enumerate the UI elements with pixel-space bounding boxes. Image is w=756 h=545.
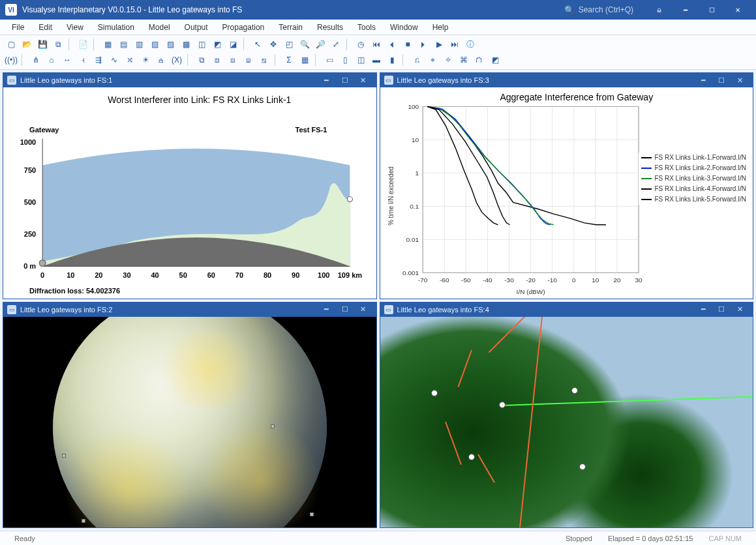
toolbar-view-chart-icon[interactable]: ▤: [116, 38, 130, 51]
aggregate-interference-chart[interactable]: Aggregate Interference from Gateway: [380, 87, 753, 299]
toolbar-view-3d-icon[interactable]: ▧: [147, 38, 162, 51]
toolbar-orbit-icon[interactable]: ∿: [107, 53, 121, 66]
toolbar-ex5-icon[interactable]: ⛫: [472, 53, 487, 66]
toolbar-network-icon[interactable]: ⋔: [29, 53, 43, 66]
toolbar-layout1-icon[interactable]: ▭: [322, 53, 337, 66]
toolbar-station-icon[interactable]: ⌂: [44, 53, 59, 66]
menu-simulation[interactable]: Simulation: [91, 21, 141, 34]
menu-view[interactable]: View: [60, 21, 90, 34]
menu-propagation[interactable]: Propagation: [216, 21, 271, 34]
toolbar-area: ▢ 📂 💾 ⧉ 📄 ▦ ▤ ▥ ▧ ▨ ▩ ◫ ◩ ◪ ↖ ✥ ◰ 🔍 🔎 ⤢ …: [0, 35, 756, 70]
toolbar-save-icon[interactable]: 💾: [35, 38, 50, 51]
toolbar-saveall-icon[interactable]: ⧉: [51, 38, 65, 51]
toolbar-g4-icon[interactable]: ⧆: [241, 53, 256, 66]
toolbar-link-icon[interactable]: ↔: [60, 53, 74, 66]
toolbar-view-map-icon[interactable]: ▥: [132, 38, 146, 51]
svg-text:750: 750: [24, 166, 36, 174]
pane3-maximize-button[interactable]: ☐: [712, 76, 731, 85]
toolbar-view-path-icon[interactable]: ▩: [179, 38, 193, 51]
toolbar-ex4-icon[interactable]: ⌘: [457, 53, 471, 66]
toolbar-copy-icon[interactable]: 📄: [76, 38, 90, 51]
toolbar-rewind-icon[interactable]: ⏮: [369, 38, 384, 51]
menu-tools[interactable]: Tools: [351, 21, 382, 34]
toolbar-new-icon[interactable]: ▢: [4, 38, 18, 51]
menu-terrain[interactable]: Terrain: [272, 21, 309, 34]
toolbar-shuffle-icon[interactable]: ⤭: [123, 53, 137, 66]
toolbar-stop-icon[interactable]: ■: [401, 38, 415, 51]
toolbar-info-icon[interactable]: ⓘ: [463, 38, 477, 51]
toolbar-g3-icon[interactable]: ⧇: [226, 53, 240, 66]
notifications-button[interactable]: 🕭: [646, 0, 673, 20]
pane-icon: ▭: [384, 76, 393, 85]
menu-file[interactable]: File: [5, 21, 31, 34]
toolbar-stepback-icon[interactable]: ⏴: [385, 38, 399, 51]
pane2-maximize-button[interactable]: ☐: [336, 305, 354, 314]
toolbar-pan-icon[interactable]: ✥: [266, 38, 280, 51]
toolbar-grid-icon[interactable]: ▦: [297, 53, 312, 66]
menu-window[interactable]: Window: [384, 21, 425, 34]
svg-text:500: 500: [24, 198, 36, 206]
toolbar-layout4-icon[interactable]: ▬: [369, 53, 384, 66]
menu-output[interactable]: Output: [178, 21, 215, 34]
toolbar-view-text-icon[interactable]: ◪: [226, 38, 240, 51]
close-button[interactable]: ✕: [725, 0, 751, 20]
svg-text:10: 10: [67, 271, 74, 279]
toolbar-beams-icon[interactable]: ⫞: [76, 53, 90, 66]
globe-3d-view[interactable]: [3, 317, 376, 528]
svg-text:80: 80: [264, 271, 271, 279]
toolbar-view-table-icon[interactable]: ▦: [100, 38, 115, 51]
toolbar-ex3-icon[interactable]: ✧: [441, 53, 455, 66]
search-box[interactable]: 🔍 Search (Ctrl+Q): [564, 5, 633, 15]
pane4-close-button[interactable]: ✕: [731, 305, 749, 314]
toolbar-select-icon[interactable]: ◰: [282, 38, 296, 51]
menu-model[interactable]: Model: [142, 21, 177, 34]
toolbar-zoomout-icon[interactable]: 🔎: [313, 38, 327, 51]
toolbar-ex6-icon[interactable]: ◩: [488, 53, 502, 66]
toolbar-play-icon[interactable]: ▶: [432, 38, 446, 51]
toolbar-ex2-icon[interactable]: ⌖: [425, 53, 440, 66]
toolbar-zoomfit-icon[interactable]: ⤢: [329, 38, 343, 51]
toolbar-layout2-icon[interactable]: ▯: [338, 53, 352, 66]
toolbar-layout5-icon[interactable]: ▮: [385, 53, 399, 66]
pane2-close-button[interactable]: ✕: [354, 305, 372, 314]
pane1-close-button[interactable]: ✕: [354, 76, 372, 85]
pane-map-view: ▭ Little Leo gateways into FS:4 ━ ☐ ✕: [380, 302, 754, 529]
toolbar-zoomin-icon[interactable]: 🔍: [297, 38, 312, 51]
pane4-maximize-button[interactable]: ☐: [712, 305, 731, 314]
toolbar-pointer-icon[interactable]: ↖: [250, 38, 265, 51]
toolbar-tree-icon[interactable]: ⇶: [91, 53, 106, 66]
toolbar-gain-icon[interactable]: ☀: [138, 53, 153, 66]
menu-edit[interactable]: Edit: [32, 21, 59, 34]
pane3-close-button[interactable]: ✕: [731, 76, 749, 85]
toolbar-g1-icon[interactable]: ⧉: [194, 53, 209, 66]
svg-text:70: 70: [235, 271, 243, 279]
status-sim-state: Stopped: [558, 535, 600, 542]
toolbar-time-icon[interactable]: 🜁: [154, 53, 168, 66]
svg-text:0.001: 0.001: [402, 269, 419, 276]
toolbar-g2-icon[interactable]: ⧈: [210, 53, 224, 66]
toolbar-variable-icon[interactable]: (X): [170, 53, 184, 66]
menu-help[interactable]: Help: [426, 21, 455, 34]
toolbar-antenna-icon[interactable]: ((•)): [4, 53, 18, 66]
toolbar-open-icon[interactable]: 📂: [20, 38, 34, 51]
pane3-minimize-button[interactable]: ━: [694, 76, 712, 85]
toolbar-clock-icon[interactable]: ◷: [354, 38, 368, 51]
terrain-profile-chart[interactable]: Worst Interferer into Link: FS RX Links …: [3, 87, 376, 299]
pane1-maximize-button[interactable]: ☐: [336, 76, 354, 85]
toolbar-view-terrain-icon[interactable]: ◫: [194, 38, 209, 51]
toolbar-ex1-icon[interactable]: ⎌: [410, 53, 424, 66]
toolbar-view-stats-icon[interactable]: ◩: [210, 38, 224, 51]
map-2d-view[interactable]: [380, 317, 753, 528]
toolbar-g5-icon[interactable]: ⧅: [257, 53, 271, 66]
toolbar-sigma-icon[interactable]: Σ: [282, 53, 296, 66]
minimize-button[interactable]: ━: [673, 0, 699, 20]
pane1-minimize-button[interactable]: ━: [318, 76, 336, 85]
toolbar-layout3-icon[interactable]: ◫: [354, 53, 368, 66]
pane2-minimize-button[interactable]: ━: [318, 305, 336, 314]
maximize-button[interactable]: ☐: [699, 0, 725, 20]
toolbar-stepfwd-icon[interactable]: ⏵: [416, 38, 431, 51]
toolbar-ffwd-icon[interactable]: ⏭: [447, 38, 462, 51]
pane4-minimize-button[interactable]: ━: [694, 305, 712, 314]
toolbar-view-globe-icon[interactable]: ▨: [163, 38, 177, 51]
menu-results[interactable]: Results: [310, 21, 350, 34]
